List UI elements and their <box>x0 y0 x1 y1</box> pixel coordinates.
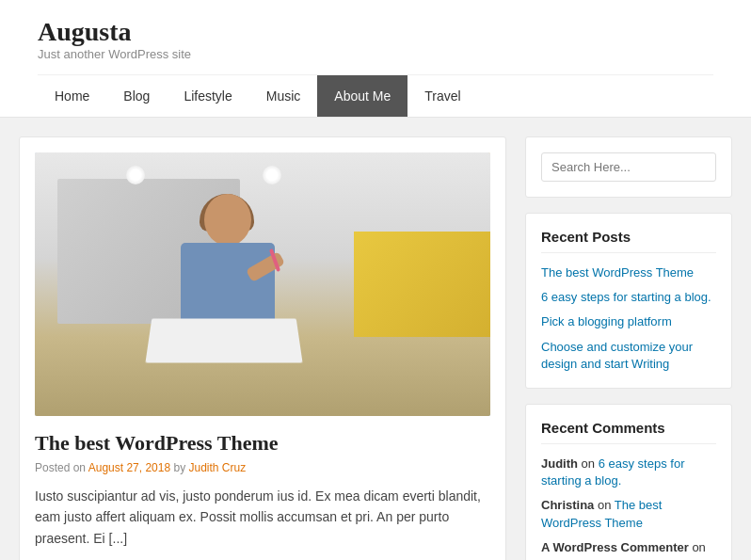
site-title: Augusta <box>38 17 713 47</box>
nav-item-about-me[interactable]: About Me <box>317 75 407 117</box>
post-title: The best WordPress Theme <box>35 431 490 456</box>
post-card: The best WordPress Theme Posted on Augus… <box>19 136 506 560</box>
sidebar: Recent Posts The best WordPress Theme6 e… <box>525 136 732 560</box>
post-author[interactable]: Judith Cruz <box>188 461 246 474</box>
header: Augusta Just another WordPress site Home… <box>0 0 751 118</box>
recent-posts-title: Recent Posts <box>541 229 716 253</box>
search-widget <box>525 136 732 198</box>
recent-posts-list: The best WordPress Theme6 easy steps for… <box>541 264 716 373</box>
recent-comments-list: Judith on 6 easy steps for starting a bl… <box>541 456 716 560</box>
recent-comments-title: Recent Comments <box>541 420 716 444</box>
main-content: The best WordPress Theme Posted on Augus… <box>19 136 506 560</box>
recent-post-link[interactable]: 6 easy steps for starting a blog. <box>541 289 716 306</box>
nav-item-home[interactable]: Home <box>38 75 106 117</box>
post-featured-image <box>35 152 490 416</box>
recent-post-link[interactable]: Pick a blogging platform <box>541 313 716 330</box>
search-input[interactable] <box>541 152 716 182</box>
posted-on-label: Posted on <box>35 461 88 474</box>
nav-item-blog[interactable]: Blog <box>106 75 167 117</box>
main-nav: HomeBlogLifestyleMusicAbout MeTravel <box>38 74 713 117</box>
content-wrapper: The best WordPress Theme Posted on Augus… <box>0 118 751 560</box>
site-tagline: Just another WordPress site <box>38 47 713 61</box>
nav-item-music[interactable]: Music <box>249 75 318 117</box>
recent-post-link[interactable]: The best WordPress Theme <box>541 264 716 281</box>
recent-posts-widget: Recent Posts The best WordPress Theme6 e… <box>525 213 732 389</box>
recent-comments-widget: Recent Comments Judith on 6 easy steps f… <box>525 404 732 560</box>
recent-comment-entry: Christina on The best WordPress Theme <box>541 497 716 531</box>
nav-item-lifestyle[interactable]: Lifestyle <box>167 75 248 117</box>
recent-post-link[interactable]: Choose and customize your design and sta… <box>541 339 716 373</box>
recent-comment-entry: Judith on 6 easy steps for starting a bl… <box>541 456 716 489</box>
featured-image-graphic <box>35 152 490 416</box>
post-meta: Posted on August 27, 2018 by Judith Cruz <box>35 461 490 474</box>
nav-item-travel[interactable]: Travel <box>407 75 477 117</box>
post-excerpt: Iusto suscipiantur ad vis, justo ponderu… <box>35 486 490 549</box>
recent-comment-entry: A WordPress Commenter on Choose and cust… <box>541 539 716 560</box>
post-date[interactable]: August 27, 2018 <box>88 461 170 474</box>
